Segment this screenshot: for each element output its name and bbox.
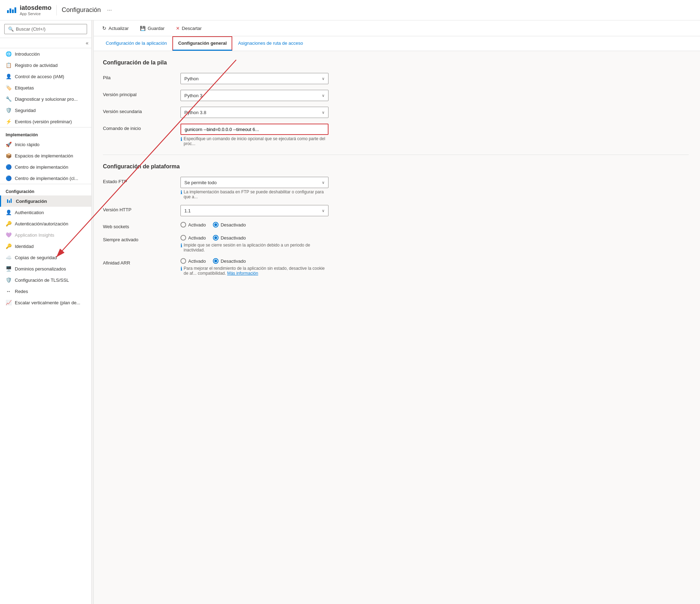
discard-label: Descartar xyxy=(182,26,202,31)
arr-desactivado-label: Desactivado xyxy=(221,259,246,264)
arr-affinity-row: Afinidad ARR Activado Desactivado xyxy=(103,258,689,276)
collapse-icon: « xyxy=(86,40,88,46)
always-on-row: Siempre activado Activado Desactivado xyxy=(103,235,689,253)
section-configuracion: Configuración xyxy=(0,184,91,195)
tags-icon: 🏷️ xyxy=(6,85,11,91)
always-on-desactivado-radio[interactable] xyxy=(213,235,219,241)
identity-icon: 🔑 xyxy=(6,243,11,249)
sidebar-item-scale-up[interactable]: 📈 Escalar verticalmente (plan de... xyxy=(0,297,91,308)
http-version-select[interactable]: 1.1 ∨ xyxy=(180,205,328,216)
web-sockets-desactivado-radio[interactable] xyxy=(213,222,219,228)
discard-icon: ✕ xyxy=(176,26,180,31)
toolbar: ↻ Actualizar 💾 Guardar ✕ Descartar xyxy=(92,20,700,36)
logo-bar-2 xyxy=(10,8,11,13)
sidebar-item-label: Configuración de TLS/SSL xyxy=(15,278,69,283)
sidebar-item-deploy-center[interactable]: 🔵 Centro de implementación xyxy=(0,161,91,173)
sidebar-item-label: Application Insights xyxy=(15,232,54,238)
scale-up-icon: 📈 xyxy=(6,300,11,305)
auth-authz-icon: 🔑 xyxy=(6,221,11,226)
sidebar-item-deploy-center-cl[interactable]: 🔵 Centro de implementación (cl... xyxy=(0,173,91,184)
sidebar-item-label: Configuración xyxy=(16,199,47,204)
tab-app-config[interactable]: Configuración de la aplicación xyxy=(100,36,172,51)
version-principal-select[interactable]: Python 3 ∨ xyxy=(180,90,328,101)
security-icon: 🛡️ xyxy=(6,107,11,113)
save-button[interactable]: 💾 Guardar xyxy=(138,24,167,32)
sidebar-item-backups[interactable]: ☁️ Copias de seguridad xyxy=(0,252,91,263)
sidebar-item-label: Redes xyxy=(15,289,28,294)
pila-row: Pila Python ∨ xyxy=(103,73,689,84)
sidebar-item-custom-domains[interactable]: 🖥️ Dominios personalizados xyxy=(0,263,91,274)
version-secundaria-label: Versión secundaria xyxy=(103,107,180,114)
sidebar-item-label: Inicio rápido xyxy=(15,142,39,147)
deploy-slots-icon: 📦 xyxy=(6,153,11,158)
more-button[interactable]: ··· xyxy=(107,7,112,13)
pila-select[interactable]: Python ∨ xyxy=(180,73,328,84)
ftp-state-select[interactable]: Se permite todo ∨ xyxy=(180,177,328,188)
save-label: Guardar xyxy=(148,26,165,31)
sidebar-item-activity-log[interactable]: 📋 Registro de actividad xyxy=(0,60,91,71)
logo-bar-3 xyxy=(12,10,14,13)
always-on-activado[interactable]: Activado xyxy=(180,235,206,241)
sidebar-item-auth-authz[interactable]: 🔑 Autenticación/autorización xyxy=(0,218,91,229)
tab-path-mappings[interactable]: Asignaciones de ruta de acceso xyxy=(232,36,308,51)
sidebar-item-label: Authentication xyxy=(15,210,44,215)
always-on-activado-radio[interactable] xyxy=(180,235,186,241)
sidebar-item-intro[interactable]: 🌐 Introducción xyxy=(0,48,91,60)
sidebar-collapse-btn[interactable]: « xyxy=(0,38,91,48)
ftp-state-info-text: La implementación basada en FTP se puede… xyxy=(184,189,328,199)
info-icon: ℹ xyxy=(180,136,182,142)
arr-desactivado[interactable]: Desactivado xyxy=(213,258,246,264)
sidebar-item-quickstart[interactable]: 🚀 Inicio rápido xyxy=(0,139,91,150)
web-sockets-desactivado-label: Desactivado xyxy=(221,222,246,228)
refresh-button[interactable]: ↻ Actualizar xyxy=(100,24,131,32)
sidebar-item-authentication[interactable]: 👤 Authentication xyxy=(0,207,91,218)
mas-informacion-link[interactable]: Más información xyxy=(227,271,258,276)
logo-bar-1 xyxy=(7,10,9,13)
version-principal-chevron-icon: ∨ xyxy=(322,93,325,98)
version-principal-label: Versión principal xyxy=(103,90,180,97)
sidebar-item-label: Dominios personalizados xyxy=(15,266,66,272)
web-sockets-activado-radio[interactable] xyxy=(180,222,186,228)
startup-command-input[interactable] xyxy=(180,124,328,135)
arr-activado-radio[interactable] xyxy=(180,258,186,264)
tab-general-config[interactable]: Configuración general xyxy=(172,36,232,51)
sidebar-item-identity[interactable]: 🔑 Identidad xyxy=(0,241,91,252)
always-on-desactivado[interactable]: Desactivado xyxy=(213,235,246,241)
version-secundaria-select[interactable]: Python 3.8 ∨ xyxy=(180,107,328,118)
arr-desactivado-radio[interactable] xyxy=(213,258,219,264)
http-version-control: 1.1 ∨ xyxy=(180,205,328,216)
sidebar-item-label: Espacios de implementación xyxy=(15,153,73,158)
version-secundaria-value: Python 3.8 xyxy=(184,110,206,115)
app-insights-icon: 💜 xyxy=(6,232,11,238)
arr-activado[interactable]: Activado xyxy=(180,258,206,264)
sidebar-item-label: Copias de seguridad xyxy=(15,255,57,260)
logo-bar-4 xyxy=(14,7,16,13)
main-content: Configuración de la pila Pila Python ∨ V… xyxy=(92,51,700,604)
sidebar-item-networks[interactable]: ↔️ Redes xyxy=(0,286,91,297)
sidebar-item-tags[interactable]: 🏷️ Etiquetas xyxy=(0,82,91,93)
web-sockets-desactivado[interactable]: Desactivado xyxy=(213,222,246,228)
sidebar-item-deploy-slots[interactable]: 📦 Espacios de implementación xyxy=(0,150,91,161)
sidebar-item-app-insights[interactable]: 💜 Application Insights xyxy=(0,229,91,241)
iam-icon: 👤 xyxy=(6,74,11,79)
sidebar-item-iam[interactable]: 👤 Control de acceso (IAM) xyxy=(0,71,91,82)
app-logo: iatosdemo App Service xyxy=(7,4,51,16)
content-wrapper: ↻ Actualizar 💾 Guardar ✕ Descartar Confi… xyxy=(92,20,700,604)
sidebar-item-security[interactable]: 🛡️ Seguridad xyxy=(0,105,91,116)
tabs-container: Configuración de la aplicación Configura… xyxy=(92,36,700,51)
sidebar-item-tls-ssl[interactable]: 🛡️ Configuración de TLS/SSL xyxy=(0,274,91,286)
version-secundaria-row: Versión secundaria Python 3.8 ∨ xyxy=(103,107,689,118)
pila-value: Python xyxy=(184,76,198,81)
sidebar-item-events[interactable]: ⚡ Eventos (versión preliminar) xyxy=(0,116,91,127)
arr-affinity-control: Activado Desactivado ℹ Para mejorar el r… xyxy=(180,258,328,276)
ftp-state-label: Estado FTP xyxy=(103,177,180,184)
tls-ssl-icon: 🛡️ xyxy=(6,277,11,283)
web-sockets-activado[interactable]: Activado xyxy=(180,222,206,228)
app-name: iatosdemo xyxy=(20,4,51,12)
svg-rect-1 xyxy=(9,200,10,203)
search-input[interactable]: 🔍 Buscar (Ctrl+/) xyxy=(4,24,87,34)
sidebar-item-configuration[interactable]: Configuración xyxy=(0,195,91,207)
sidebar-item-diagnose[interactable]: 🔧 Diagnosticar y solucionar pro... xyxy=(0,93,91,105)
discard-button[interactable]: ✕ Descartar xyxy=(174,24,204,32)
always-on-desactivado-label: Desactivado xyxy=(221,235,246,241)
